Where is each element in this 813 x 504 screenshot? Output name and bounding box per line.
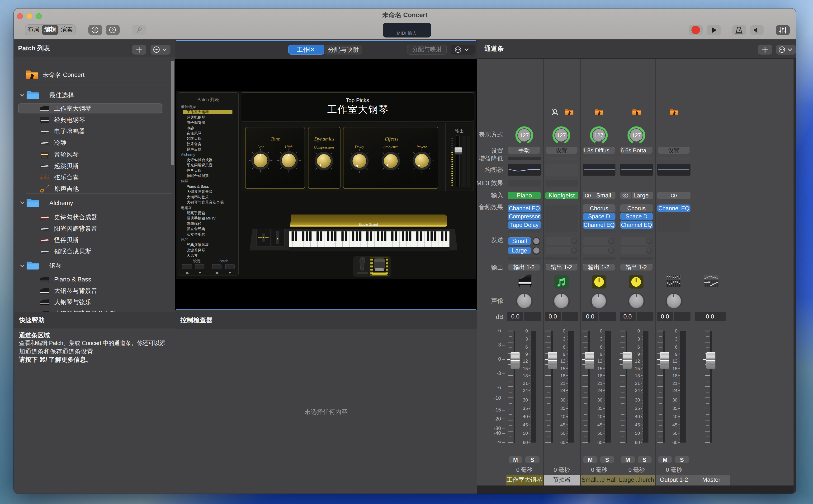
svg-text:50: 50 <box>672 431 677 436</box>
svg-text:127: 127 <box>594 133 603 138</box>
svg-text:21: 21 <box>560 381 565 386</box>
svg-text:6: 6 <box>600 345 603 350</box>
svg-text:30: 30 <box>523 398 528 403</box>
svg-text:50: 50 <box>523 431 528 436</box>
svg-text:12: 12 <box>635 359 640 364</box>
svg-text:6: 6 <box>675 345 677 350</box>
svg-text:18: 18 <box>597 373 602 379</box>
svg-text:60: 60 <box>635 440 640 445</box>
svg-text:30: 30 <box>597 398 602 403</box>
svg-text:?: ? <box>111 27 114 32</box>
svg-text:21: 21 <box>635 381 640 386</box>
svg-text:3: 3 <box>675 337 677 342</box>
svg-text:50: 50 <box>597 431 602 436</box>
svg-text:45: 45 <box>635 423 640 428</box>
svg-text:40: 40 <box>523 414 528 420</box>
svg-text:i: i <box>94 28 96 32</box>
svg-text:30: 30 <box>560 398 565 403</box>
svg-text:18: 18 <box>560 373 565 379</box>
svg-text:24: 24 <box>597 388 602 393</box>
svg-text:12: 12 <box>560 359 565 364</box>
svg-text:0: 0 <box>600 329 603 334</box>
svg-text:35: 35 <box>597 406 602 411</box>
svg-text:45: 45 <box>560 423 565 428</box>
svg-text:12: 12 <box>672 359 677 364</box>
svg-text:15: 15 <box>672 366 677 372</box>
svg-text:24: 24 <box>523 388 528 393</box>
svg-text:45: 45 <box>523 423 528 428</box>
svg-text:12: 12 <box>523 359 528 364</box>
svg-text:127: 127 <box>632 133 641 138</box>
svg-text:18: 18 <box>635 373 640 379</box>
svg-text:9: 9 <box>525 352 528 357</box>
svg-text:9: 9 <box>675 352 677 357</box>
svg-text:24: 24 <box>635 388 640 393</box>
svg-text:35: 35 <box>672 406 677 411</box>
svg-text:24: 24 <box>672 388 677 393</box>
svg-text:40: 40 <box>560 414 565 420</box>
svg-text:9: 9 <box>600 352 603 357</box>
svg-text:3: 3 <box>600 337 603 342</box>
svg-text:0: 0 <box>525 329 528 334</box>
svg-text:60: 60 <box>672 440 677 445</box>
svg-text:6: 6 <box>637 345 640 350</box>
svg-text:9: 9 <box>563 352 565 357</box>
svg-text:21: 21 <box>523 381 528 386</box>
svg-text:18: 18 <box>523 373 528 379</box>
svg-text:15: 15 <box>523 366 528 372</box>
svg-text:15: 15 <box>560 366 565 372</box>
svg-text:18: 18 <box>672 373 677 379</box>
svg-text:3: 3 <box>525 337 528 342</box>
svg-text:40: 40 <box>672 414 677 420</box>
svg-text:60: 60 <box>560 440 565 445</box>
svg-text:21: 21 <box>597 381 602 386</box>
svg-text:24: 24 <box>560 388 565 393</box>
svg-text:3: 3 <box>637 337 640 342</box>
svg-text:50: 50 <box>560 431 565 436</box>
svg-text:60: 60 <box>597 440 602 445</box>
svg-text:6: 6 <box>525 345 528 350</box>
svg-text:15: 15 <box>635 366 640 372</box>
svg-text:12: 12 <box>597 359 602 364</box>
svg-text:0: 0 <box>563 329 565 334</box>
svg-text:30: 30 <box>635 398 640 403</box>
svg-text:35: 35 <box>523 406 528 411</box>
svg-text:35: 35 <box>635 406 640 411</box>
svg-text:50: 50 <box>635 431 640 436</box>
svg-text:127: 127 <box>557 133 566 138</box>
svg-text:40: 40 <box>635 414 640 420</box>
svg-text:40: 40 <box>597 414 602 420</box>
svg-text:30: 30 <box>672 398 677 403</box>
svg-text:45: 45 <box>672 423 677 428</box>
svg-text:60: 60 <box>523 440 528 445</box>
svg-text:35: 35 <box>560 406 565 411</box>
svg-text:9: 9 <box>637 352 640 357</box>
svg-text:6: 6 <box>563 345 565 350</box>
svg-text:127: 127 <box>520 133 529 138</box>
svg-text:15: 15 <box>597 366 602 372</box>
svg-text:45: 45 <box>597 423 602 428</box>
svg-text:3: 3 <box>563 337 565 342</box>
svg-text:21: 21 <box>672 381 677 386</box>
svg-text:0: 0 <box>675 329 677 334</box>
svg-text:0: 0 <box>637 329 640 334</box>
